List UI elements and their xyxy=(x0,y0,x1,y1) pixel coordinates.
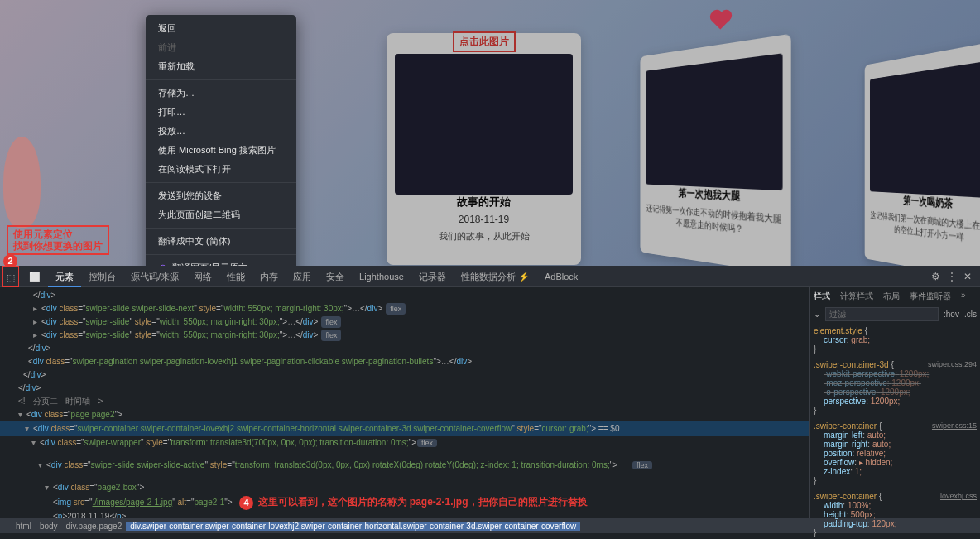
swiper-card-right-1[interactable]: 第一次抱我大腿 还记得第一次你走不动的时候抱着我大腿不愿意走的时候吗？ xyxy=(640,34,790,266)
ctx-translate-cn[interactable]: 翻译成中文 (简体) xyxy=(146,232,296,251)
page-background: 点击此图片 3 故事的开始 2018-11-19 我们的故事，从此开始 第一次抱… xyxy=(0,0,980,266)
tab-performance[interactable]: 性能 xyxy=(219,266,252,287)
tab-listeners[interactable]: 事件监听器 xyxy=(910,291,951,302)
context-menu: 返回 前进 重新加载 存储为… 打印… 投放… 使用 Microsoft Bin… xyxy=(146,15,296,266)
ctx-reload[interactable]: 重新加载 xyxy=(146,57,296,76)
tabs-overflow-icon[interactable]: » xyxy=(961,291,966,302)
ctx-cast[interactable]: 投放… xyxy=(146,122,296,141)
tab-elements[interactable]: 元素 xyxy=(48,266,81,287)
card-image xyxy=(395,54,573,195)
tab-memory[interactable]: 内存 xyxy=(252,266,286,287)
ctx-qr[interactable]: 为此页面创建二维码 xyxy=(146,205,296,224)
annotation-badge-2: 2 xyxy=(3,254,17,266)
plush-toy-left xyxy=(3,137,41,228)
elements-panel[interactable]: </div>▸<div class="swiper-slide swiper-s… xyxy=(0,287,809,518)
device-toolbar-icon[interactable]: ⬜ xyxy=(22,266,48,287)
close-icon[interactable]: ✕ xyxy=(963,271,972,282)
styles-panel[interactable]: 样式 计算样式 布局 事件监听器 » ⌄ :hov .cls + ⬜ ▭ ele… xyxy=(809,287,980,518)
tab-security[interactable]: 安全 xyxy=(319,266,352,287)
crumb-page[interactable]: div.page.page2 xyxy=(62,522,127,531)
ctx-back[interactable]: 返回 xyxy=(146,19,296,38)
crumb-html[interactable]: html xyxy=(12,522,36,531)
tab-computed[interactable]: 计算样式 xyxy=(840,291,873,302)
annotation-click-image: 点击此图片 xyxy=(453,31,516,52)
tab-sources[interactable]: 源代码/来源 xyxy=(123,266,186,287)
more-icon[interactable]: ⋮ xyxy=(947,271,957,282)
ctx-saveas[interactable]: 存储为… xyxy=(146,84,296,103)
heart-icon xyxy=(712,12,729,29)
tab-network[interactable]: 网络 xyxy=(186,266,219,287)
card-image xyxy=(870,60,980,199)
swiper-card-center[interactable]: 点击此图片 3 故事的开始 2018-11-19 我们的故事，从此开始 xyxy=(387,33,581,265)
tab-recorder[interactable]: 记录器 xyxy=(411,266,454,287)
swiper-card-right-2[interactable]: 第一次喝奶茶 这记得我们第一次在商城的大楼上在杯子的空位上打开小方一样 xyxy=(865,40,980,266)
card-title: 故事的开始 xyxy=(395,195,573,209)
card-subtitle: 还记得第一次你走不动的时候抱着我大腿不愿意走的时候吗？ xyxy=(646,202,782,239)
ctx-send-device[interactable]: 发送到您的设备 xyxy=(146,186,296,205)
ctx-forward: 前进 xyxy=(146,38,296,57)
styles-tabs: 样式 计算样式 布局 事件监听器 » xyxy=(814,291,977,302)
tab-perfinsights[interactable]: 性能数据分析 ⚡ xyxy=(454,266,537,287)
tab-lighthouse[interactable]: Lighthouse xyxy=(352,266,411,287)
filter-input[interactable] xyxy=(825,307,939,321)
devtools-tabbar: ⬚ ⬜ 元素 控制台 源代码/来源 网络 性能 内存 应用 安全 Lightho… xyxy=(0,266,980,287)
annotation-element-locate: 使用元素定位找到你想更换的图片 xyxy=(7,225,109,255)
tab-styles[interactable]: 样式 xyxy=(814,291,830,302)
card-subtitle: 这记得我们第一次在商城的大楼上在杯子的空位上打开小方一样 xyxy=(870,209,980,248)
ctx-reader[interactable]: 在阅读模式下打开 xyxy=(146,160,296,179)
cls-toggle[interactable]: .cls xyxy=(964,310,977,319)
crumb-swiper[interactable]: div.swiper-container.swiper-container-lo… xyxy=(126,522,580,531)
devtools-main: </div>▸<div class="swiper-slide swiper-s… xyxy=(0,287,980,518)
funnel-icon: ⌄ xyxy=(814,310,820,319)
tab-application[interactable]: 应用 xyxy=(286,266,319,287)
crumb-body[interactable]: body xyxy=(36,522,62,531)
card-date: 2018-11-19 xyxy=(395,214,573,225)
inspect-element-icon[interactable]: ⬚ xyxy=(2,266,19,287)
card-subtitle: 我们的故事，从此开始 xyxy=(395,230,573,243)
card-image xyxy=(646,53,782,190)
settings-icon[interactable]: ⚙ xyxy=(931,271,940,282)
tab-layout[interactable]: 布局 xyxy=(883,291,900,302)
tab-adblock[interactable]: AdBlock xyxy=(537,266,585,287)
styles-filter-row: ⌄ :hov .cls + ⬜ ▭ xyxy=(814,307,977,321)
tab-console[interactable]: 控制台 xyxy=(81,266,123,287)
ctx-print[interactable]: 打印… xyxy=(146,103,296,122)
hov-toggle[interactable]: :hov xyxy=(944,310,959,319)
ctx-bing-search[interactable]: 使用 Microsoft Bing 搜索图片 xyxy=(146,141,296,160)
